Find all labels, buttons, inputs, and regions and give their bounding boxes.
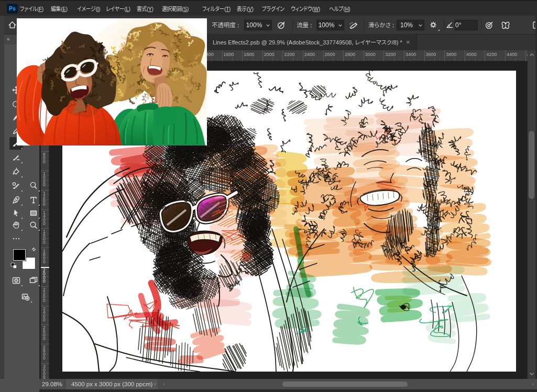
size-pressure-toggle[interactable] [485,20,494,32]
menu-plugins[interactable]: プラグイン [262,1,284,16]
zoom-tool[interactable] [27,219,40,231]
brush-angle-icon[interactable] [445,20,455,32]
ruler-minor-tick [374,58,374,61]
shape-tool[interactable] [27,207,40,219]
ruler-label: 1000 [43,172,46,187]
dodge-tool[interactable] [27,180,40,192]
type-tool[interactable] [27,194,40,206]
zoom-level-field[interactable]: 29.08% [42,379,62,389]
close-tab-icon[interactable]: × [406,35,410,50]
ruler-label: 1800 [244,52,254,57]
ruler-minor-tick [469,59,470,61]
ruler-minor-tick [389,59,389,61]
ruler-tick [242,50,243,61]
ruler-minor-tick [278,59,278,61]
scroll-up-icon[interactable] [528,52,535,58]
scroll-left-icon[interactable]: ‹ [163,379,165,389]
smoothing-settings[interactable] [429,20,438,32]
angle-field[interactable]: 0° [455,20,478,30]
ruler-tick [303,50,303,61]
ruler-minor-tick [46,296,49,296]
ruler-minor-tick [510,59,511,61]
menu-select[interactable]: 選択範囲(S) [162,1,189,16]
reference-photo [17,18,207,145]
flow-field-dropdown[interactable] [336,20,344,30]
options-divider [444,19,444,31]
menu-type[interactable]: 書式(Y) [137,1,154,16]
menu-view[interactable]: 表示(V) [237,1,254,16]
menu-image[interactable]: イメージ(I) [77,1,100,16]
menu-window[interactable]: ウィンドウ(W) [291,1,320,16]
menu-layer[interactable]: レイヤー(L) [106,1,130,16]
ruler-minor-tick [495,58,496,61]
horizontal-scrollbar[interactable]: ‹ › [162,379,537,389]
edit-toolbar[interactable] [9,232,23,245]
reference-photo-overlay[interactable] [17,18,207,145]
home-button[interactable] [7,20,17,32]
flow-field[interactable]: 100% [316,20,336,30]
pen-tool[interactable] [9,194,23,206]
smoothing-field-dropdown[interactable] [417,20,424,30]
foreground-color-swatch[interactable] [13,249,26,261]
mixer-brush-tool[interactable] [9,180,23,192]
ruler-minor-tick [429,59,430,61]
airbrush-toggle[interactable] [348,20,358,33]
vertical-scrollbar[interactable] [528,50,535,379]
menu-help[interactable]: ヘルプ(H) [329,1,350,16]
smudge-tool[interactable] [9,151,23,164]
ruler-minor-tick [46,315,49,316]
paint-symmetry-icon [500,20,511,31]
add-image-icon [21,292,30,301]
ruler-minor-tick [47,233,49,234]
tool-flyout-indicator [21,190,23,192]
ruler-minor-tick [247,59,248,61]
ruler-label: 1800 [43,249,46,264]
ruler-minor-tick [46,219,49,219]
screen-mode[interactable] [27,274,40,287]
menu-edit[interactable]: 編集(E) [51,1,68,16]
options-divider [364,19,365,31]
ruler-minor-tick [47,291,49,292]
smoothing-field[interactable]: 10% [397,20,417,30]
add-image[interactable] [19,290,32,303]
opacity-field-dropdown[interactable] [264,20,272,30]
opacity-pressure-toggle[interactable] [277,20,286,32]
ruler-minor-tick [414,58,414,61]
document-tab-title: Lines Effects2.psb @ 29.9% (AdobeStock_3… [213,35,402,50]
scroll-down-icon[interactable] [528,372,535,377]
photoshop-logo[interactable]: Ps [7,4,18,14]
ruler-minor-tick [490,59,490,61]
menu-file[interactable]: ファイル(F) [20,1,43,16]
airbrush-icon [348,20,358,31]
swap-colors-icon [30,247,37,254]
hand-tool[interactable] [9,219,23,231]
quick-mask-mode[interactable] [9,274,23,287]
ruler-tick [222,50,223,61]
tool-flyout-indicator [21,176,23,177]
chevron-down-icon [418,23,423,28]
horizontal-scroll-thumb[interactable] [282,382,408,387]
vertical-scroll-thumb[interactable] [529,131,534,199]
menu-filter[interactable]: フィルター(T) [202,1,231,16]
ruler-label: 2400 [304,52,315,57]
ruler-minor-tick [47,378,49,378]
opacity-field[interactable]: 100% [244,20,264,30]
scroll-right-icon[interactable]: › [532,379,534,389]
ruler-label: 2000 [43,268,46,283]
ruler-label: 3400 [406,52,416,57]
ruler-tick [424,50,425,61]
ruler-label: 3200 [385,52,396,57]
zoom-tool-icon [29,220,38,230]
document-info[interactable]: 4500 px x 3000 px (300 ppcm) [66,379,158,389]
path-select-tool[interactable] [9,207,23,219]
ruler-minor-tick [232,58,233,61]
document-tab[interactable]: Lines Effects2.psb @ 29.9% (AdobeStock_3… [186,35,417,50]
paint-symmetry[interactable] [500,20,511,33]
ruler-minor-tick [46,334,49,335]
status-popup-icon[interactable]: › [154,379,156,389]
paint-bucket-tool[interactable] [9,165,23,178]
window-bottom-edge [39,389,537,392]
chevron-down-icon [338,23,343,28]
ruler-minor-tick [459,59,460,61]
ruler-minor-tick [212,58,212,61]
